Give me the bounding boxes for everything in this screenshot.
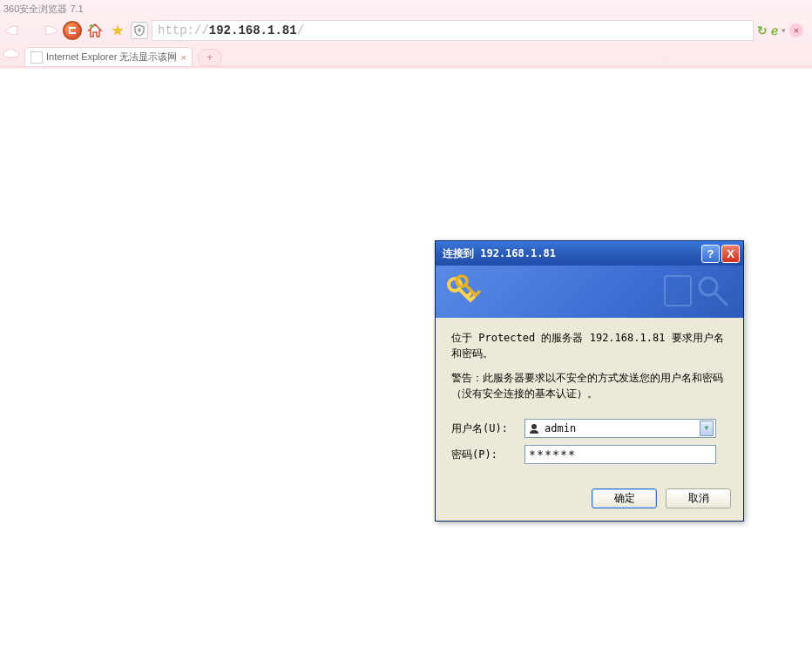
- address-bar[interactable]: http://192.168.1.81/: [152, 20, 754, 41]
- back-button[interactable]: [3, 21, 30, 40]
- page-icon: [30, 51, 43, 64]
- new-tab-button[interactable]: +: [198, 49, 222, 66]
- forward-button[interactable]: [33, 21, 59, 40]
- help-button[interactable]: ?: [701, 245, 720, 263]
- keys-icon: [444, 273, 483, 313]
- username-field[interactable]: admin ▼: [524, 419, 716, 438]
- svg-rect-3: [665, 276, 691, 306]
- active-tab[interactable]: Internet Explorer 无法显示该网 ×: [24, 47, 193, 66]
- dialog-message-1: 位于 Protected 的服务器 192.168.1.81 要求用户名和密码。: [451, 330, 727, 361]
- url-host: 192.168.1.81: [209, 24, 297, 37]
- browser-toolbar: ★ http://192.168.1.81/ ↻ ℯ ▾ ×: [0, 17, 812, 44]
- dialog-banner: [436, 266, 743, 318]
- username-value: admin: [545, 421, 700, 436]
- dialog-titlebar[interactable]: 连接到 192.168.1.81 ? X: [436, 241, 743, 266]
- browser-chrome: 360安全浏览器 7.1 ★ http://192.168.1.81/ ↻ ℯ …: [0, 0, 812, 69]
- svg-point-0: [90, 24, 93, 28]
- dialog-title: 连接到 192.168.1.81: [439, 246, 700, 261]
- window-title: 360安全浏览器 7.1: [3, 3, 84, 16]
- password-field[interactable]: [524, 445, 716, 464]
- tab-title: Internet Explorer 无法显示该网: [46, 50, 177, 64]
- auth-dialog: 连接到 192.168.1.81 ? X 位于 Protected 的服务器 1…: [435, 240, 744, 522]
- close-button[interactable]: X: [721, 245, 740, 263]
- stop-button[interactable]: ×: [789, 24, 803, 37]
- dropdown-icon[interactable]: ▾: [782, 26, 786, 35]
- dialog-body: 位于 Protected 的服务器 192.168.1.81 要求用户名和密码。…: [436, 318, 743, 480]
- compat-icon[interactable]: ℯ: [771, 24, 778, 37]
- svg-point-5: [531, 424, 537, 429]
- username-label: 用户名(U):: [451, 421, 524, 436]
- url-path: /: [297, 24, 304, 37]
- tab-bar: Internet Explorer 无法显示该网 × +: [0, 44, 812, 66]
- dialog-buttons: 确定 取消: [436, 480, 743, 521]
- url-protocol: http://: [158, 24, 209, 37]
- share-icon[interactable]: ↻: [757, 24, 768, 37]
- banner-decoration: [656, 269, 734, 315]
- favorites-icon[interactable]: ★: [108, 21, 127, 40]
- combo-dropdown-icon[interactable]: ▼: [700, 421, 714, 436]
- window-title-bar: 360安全浏览器 7.1: [0, 0, 812, 17]
- toolbar-right: ↻ ℯ ▾ ×: [757, 24, 809, 37]
- home-icon[interactable]: [85, 21, 105, 40]
- password-label: 密码(P):: [451, 447, 524, 462]
- user-icon: [527, 421, 541, 435]
- cloud-icon[interactable]: [2, 45, 21, 63]
- dialog-message-2: 警告：此服务器要求以不安全的方式发送您的用户名和密码（没有安全连接的基本认证）。: [451, 370, 727, 401]
- cancel-button[interactable]: 取消: [666, 488, 731, 508]
- tab-close-icon[interactable]: ×: [180, 52, 186, 63]
- ok-button[interactable]: 确定: [592, 488, 657, 508]
- browser-logo-icon[interactable]: [63, 21, 82, 40]
- security-shield-icon[interactable]: [131, 22, 148, 39]
